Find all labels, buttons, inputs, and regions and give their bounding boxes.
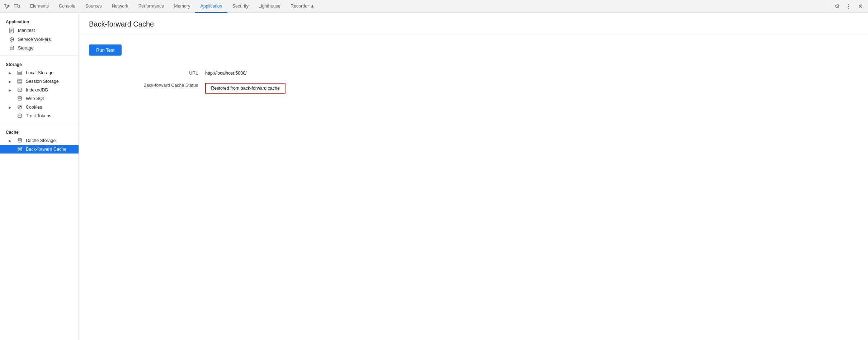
service-workers-icon xyxy=(9,37,15,42)
svg-rect-1 xyxy=(18,5,20,7)
tab-bar-right-controls: ⚙ ⋮ ✕ xyxy=(827,1,865,11)
storage-icon xyxy=(9,46,15,51)
tab-console[interactable]: Console xyxy=(54,0,80,13)
indexeddb-label: IndexedDB xyxy=(26,88,48,93)
close-icon[interactable]: ✕ xyxy=(855,1,865,11)
svg-point-19 xyxy=(18,88,22,89)
svg-point-12 xyxy=(10,46,14,47)
svg-point-21 xyxy=(18,105,22,109)
chevron-right-icon: ▶ xyxy=(9,139,14,143)
chevron-right-icon: ▶ xyxy=(9,105,14,109)
svg-point-25 xyxy=(18,108,19,108)
sidebar-item-back-forward-cache[interactable]: ▶ Back-forward Cache xyxy=(0,145,79,154)
sidebar-item-storage[interactable]: Storage xyxy=(0,44,79,52)
tab-performance[interactable]: Performance xyxy=(133,0,169,13)
status-label: Back-forward Cache Status xyxy=(89,79,205,97)
status-value: Restored from back-forward cache xyxy=(205,79,340,97)
cursor-icon[interactable] xyxy=(3,3,11,10)
svg-point-27 xyxy=(18,138,22,140)
info-grid: URL http://localhost:5000/ Back-forward … xyxy=(89,67,340,97)
sidebar-item-local-storage[interactable]: ▶ Local Storage xyxy=(0,69,79,77)
svg-point-7 xyxy=(11,39,13,40)
tab-network[interactable]: Network xyxy=(107,0,133,13)
chevron-right-icon: ▶ xyxy=(9,80,14,84)
sidebar-item-indexeddb[interactable]: ▶ IndexedDB xyxy=(0,86,79,94)
tab-memory[interactable]: Memory xyxy=(169,0,195,13)
device-toggle-icon[interactable] xyxy=(13,3,21,10)
page-title: Back-forward Cache xyxy=(89,20,858,28)
web-sql-icon xyxy=(16,96,23,101)
svg-rect-13 xyxy=(18,71,22,72)
svg-rect-16 xyxy=(18,80,22,81)
chevron-right-icon: ▶ xyxy=(9,71,14,75)
main-layout: Application Manifest xyxy=(0,13,868,340)
cookies-label: Cookies xyxy=(26,105,42,110)
tab-lighthouse[interactable]: Lighthouse xyxy=(254,0,286,13)
session-storage-icon xyxy=(16,79,23,84)
divider xyxy=(829,3,829,10)
content-header: Back-forward Cache xyxy=(79,13,868,34)
sidebar-item-manifest[interactable]: Manifest xyxy=(0,26,79,35)
devtools-left-icons xyxy=(3,3,21,10)
run-test-button[interactable]: Run Test xyxy=(89,44,122,56)
url-value: http://localhost:5000/ xyxy=(205,67,340,79)
back-forward-cache-label: Back-forward Cache xyxy=(26,147,66,152)
tab-recorder[interactable]: Recorder ▲ xyxy=(286,0,320,13)
local-storage-icon xyxy=(16,71,23,75)
sidebar-section-cache: Cache xyxy=(0,126,79,136)
sidebar-item-cache-storage[interactable]: ▶ Cache Storage xyxy=(0,136,79,145)
tab-security[interactable]: Security xyxy=(227,0,254,13)
content-body: Run Test URL http://localhost:5000/ Back… xyxy=(79,34,868,107)
trust-tokens-label: Trust Tokens xyxy=(26,113,51,118)
svg-point-26 xyxy=(18,114,22,115)
sidebar-section-application: Application xyxy=(0,16,79,26)
svg-rect-18 xyxy=(18,82,22,83)
sidebar-item-session-storage[interactable]: ▶ Session Storage xyxy=(0,77,79,86)
sidebar-item-web-sql[interactable]: ▶ Web SQL xyxy=(0,94,79,103)
svg-rect-0 xyxy=(14,4,18,7)
url-label: URL xyxy=(89,67,205,79)
svg-rect-14 xyxy=(18,72,22,74)
sidebar-item-service-workers[interactable]: Service Workers xyxy=(0,35,79,44)
sidebar-item-trust-tokens[interactable]: ▶ Trust Tokens xyxy=(0,112,79,120)
svg-point-22 xyxy=(19,106,19,107)
tab-application[interactable]: Application xyxy=(195,0,227,13)
sidebar: Application Manifest xyxy=(0,13,79,340)
tab-bar: Elements Console Sources Network Perform… xyxy=(0,0,868,13)
cookies-icon xyxy=(16,105,23,110)
storage-label: Storage xyxy=(18,46,34,51)
service-workers-label: Service Workers xyxy=(18,37,51,42)
sidebar-divider-2 xyxy=(0,123,79,123)
content-area: Back-forward Cache Run Test URL http://l… xyxy=(79,13,868,340)
local-storage-label: Local Storage xyxy=(26,70,53,75)
svg-point-28 xyxy=(18,147,22,148)
manifest-icon xyxy=(9,28,15,33)
trust-tokens-icon xyxy=(16,113,23,118)
tab-elements[interactable]: Elements xyxy=(25,0,54,13)
session-storage-label: Session Storage xyxy=(26,79,59,84)
chevron-right-icon: ▶ xyxy=(9,88,14,92)
svg-point-6 xyxy=(10,38,14,41)
cache-storage-label: Cache Storage xyxy=(26,138,56,143)
sidebar-item-cookies[interactable]: ▶ Cookies xyxy=(0,103,79,112)
tab-sources[interactable]: Sources xyxy=(80,0,107,13)
svg-point-23 xyxy=(20,106,21,107)
cache-storage-icon xyxy=(16,138,23,143)
manifest-label: Manifest xyxy=(18,28,35,33)
svg-rect-17 xyxy=(18,81,22,82)
indexeddb-icon xyxy=(16,88,23,93)
back-forward-cache-icon xyxy=(16,147,23,152)
svg-rect-15 xyxy=(18,74,22,75)
svg-point-20 xyxy=(18,96,22,98)
more-options-icon[interactable]: ⋮ xyxy=(844,1,854,11)
sidebar-divider-1 xyxy=(0,55,79,56)
settings-icon[interactable]: ⚙ xyxy=(832,1,842,11)
status-box: Restored from back-forward cache xyxy=(205,83,286,94)
web-sql-label: Web SQL xyxy=(26,96,45,101)
sidebar-section-storage: Storage xyxy=(0,58,79,69)
svg-point-24 xyxy=(19,108,20,108)
